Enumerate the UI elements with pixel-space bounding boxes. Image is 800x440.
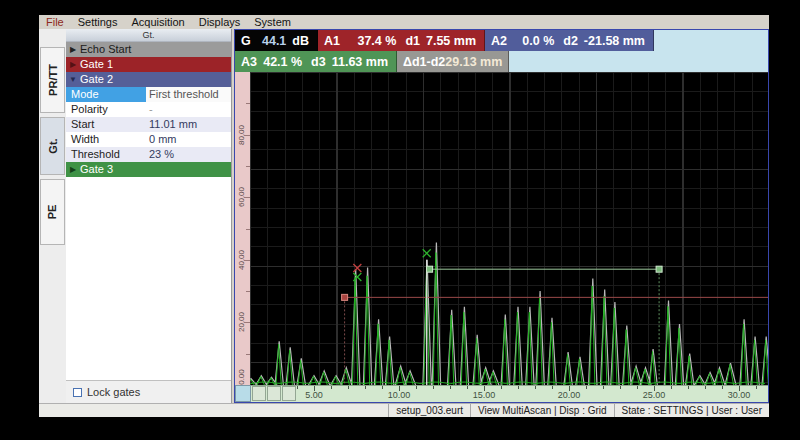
app-window: FileSettingsAcquisitionDisplaysSystem PR… [39, 15, 769, 417]
x-tick-mark [586, 386, 587, 389]
readout-unit: dB [292, 34, 309, 48]
chevron-right-icon: ▶ [66, 162, 80, 177]
readout-label: A2 [491, 34, 507, 48]
readout-filler [654, 30, 768, 51]
x-tick-mark [450, 386, 451, 389]
readout-value: 37.4 % [340, 34, 396, 48]
x-tick-label: 20.00 [549, 390, 589, 400]
menu-displays[interactable]: Displays [192, 15, 248, 29]
x-tick-mark [501, 386, 502, 389]
param-row-start[interactable]: Start11.01 mm [66, 117, 231, 132]
panel-footer: Lock gates [66, 381, 231, 403]
x-tick-mark [603, 386, 604, 389]
param-label: Width [66, 132, 146, 147]
readout-row-2: A342.1 %d311.63 mmΔd1-d229.13 mm [235, 51, 768, 72]
x-tick-mark [518, 386, 519, 389]
chevron-down-icon: ▼ [66, 72, 80, 87]
left-tab-strip: PR/TTGt.PE [39, 29, 66, 403]
param-row-polarity[interactable]: Polarity- [66, 102, 231, 117]
param-row-width[interactable]: Width0 mm [66, 132, 231, 147]
menu-bar: FileSettingsAcquisitionDisplaysSystem [39, 15, 769, 29]
x-tick-mark [620, 386, 621, 389]
x-tick-mark [314, 386, 315, 391]
param-value[interactable]: First threshold [146, 87, 231, 102]
param-value[interactable]: - [146, 102, 231, 117]
gates-parameter-panel: Gt. ▶Echo Start▶Gate 1▼Gate 2ModeFirst t… [66, 29, 232, 403]
x-tick-label: 30.00 [719, 390, 759, 400]
readout-label-2: d3 [311, 55, 326, 69]
readout-a3: A342.1 %d311.63 mm [235, 51, 397, 72]
readout-value-2: 11.63 mm [332, 55, 388, 69]
gate3-start-handle[interactable] [427, 266, 433, 272]
panel-empty-area [66, 177, 231, 381]
readout-value-2: 7.55 mm [426, 34, 476, 48]
waveform-overlay [250, 72, 768, 385]
d1-cross-red-marker [353, 264, 361, 272]
readout-label-2: d2 [563, 34, 578, 48]
x-tick-mark [535, 386, 536, 389]
gate3-end-handle[interactable] [656, 266, 662, 272]
param-row-mode[interactable]: ModeFirst threshold [66, 87, 231, 102]
readout-value-2: -21.58 mm [584, 34, 645, 48]
side-tab-gt[interactable]: Gt. [40, 117, 65, 175]
menu-settings[interactable]: Settings [71, 15, 125, 29]
param-label: Mode [66, 87, 146, 102]
readout-a1: A137.4 %d17.55 mm [318, 30, 485, 51]
x-tick-label: 5.00 [294, 390, 334, 400]
gate1-start-handle[interactable] [342, 294, 348, 300]
x-tick-label: 15.00 [464, 390, 504, 400]
panel-section-label: Gate 1 [80, 57, 231, 72]
axis-scroll-button-1[interactable] [252, 386, 266, 401]
status-cell-3: State : SETTINGS | User : User [614, 404, 769, 417]
x-tick-mark [654, 386, 655, 391]
y-axis-strip: 0.0020.0040.0060.0080.00 [235, 72, 250, 385]
status-bar: setup_003.eurtView MultiAscan | Disp : G… [39, 403, 769, 417]
panel-section-gate-1[interactable]: ▶Gate 1 [66, 57, 231, 72]
x-tick-mark [399, 386, 400, 391]
x-tick-mark [484, 386, 485, 391]
param-value[interactable]: 23 % [146, 147, 231, 162]
side-tab-label: PE [47, 205, 59, 220]
panel-section-label: Echo Start [80, 42, 231, 57]
x-tick-label: 25.00 [634, 390, 674, 400]
panel-section-echo-start[interactable]: ▶Echo Start [66, 42, 231, 57]
lock-gates-checkbox[interactable] [73, 388, 82, 397]
ascan-plot: 0.0020.0040.0060.0080.00 5.0010.0015.002… [235, 72, 768, 402]
readout-label-2: d1 [405, 34, 420, 48]
x-tick-mark [433, 386, 434, 389]
x-tick-mark [705, 386, 706, 389]
x-tick-label: 10.00 [379, 390, 419, 400]
menu-file[interactable]: File [39, 15, 71, 29]
x-tick-mark [671, 386, 672, 389]
axis-scroll-button-3[interactable] [282, 386, 296, 401]
side-tab-label: PR/TT [47, 64, 59, 96]
panel-section-gate-3[interactable]: ▶Gate 3 [66, 162, 231, 177]
panel-section-label: Gate 2 [80, 72, 231, 87]
readout-value: 42.1 % [257, 55, 302, 69]
axis-scroll-button-2[interactable] [267, 386, 281, 401]
x-tick-mark [382, 386, 383, 389]
param-row-threshold[interactable]: Threshold23 % [66, 147, 231, 162]
x-tick-mark [365, 386, 366, 389]
y-tick-label: 0.00 [237, 357, 247, 385]
readout-filler [509, 51, 768, 72]
status-cell-1: setup_003.eurt [388, 404, 470, 417]
x-tick-mark [569, 386, 570, 391]
side-tab-pe[interactable]: PE [40, 179, 65, 245]
side-tab-prtt[interactable]: PR/TT [40, 47, 65, 113]
signal-trace [250, 253, 768, 385]
readout-label: A3 [241, 55, 257, 69]
param-label: Polarity [66, 102, 146, 117]
menu-acquisition[interactable]: Acquisition [124, 15, 191, 29]
menu-system[interactable]: System [247, 15, 298, 29]
readout-gain: G44.1dB [235, 30, 318, 51]
param-value[interactable]: 11.01 mm [146, 117, 231, 132]
panel-list: ▶Echo Start▶Gate 1▼Gate 2ModeFirst thres… [66, 42, 231, 177]
panel-header: Gt. [66, 29, 231, 42]
param-value[interactable]: 0 mm [146, 132, 231, 147]
axis-corner-box[interactable] [235, 385, 251, 402]
readout-label: Δd1-d2 [403, 55, 445, 69]
readout-label: A1 [324, 34, 340, 48]
panel-section-gate-2[interactable]: ▼Gate 2 [66, 72, 231, 87]
readout-value: 29.13 mm [445, 55, 502, 69]
